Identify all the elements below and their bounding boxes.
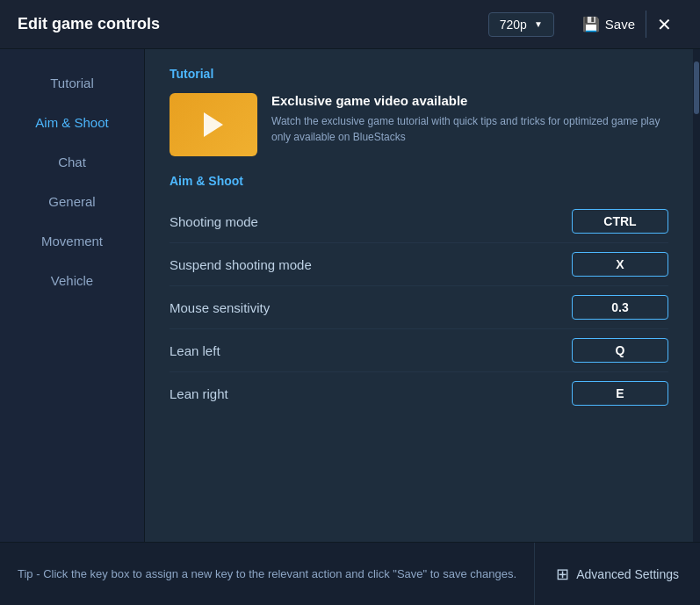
close-button[interactable]: ✕ [646,9,682,40]
header: Edit game controls 720p ▼ 💾 Save ✕ [0,0,700,49]
sidebar-item-vehicle[interactable]: Vehicle [0,264,144,297]
sidebar-item-tutorial[interactable]: Tutorial [0,67,144,99]
key-badge-mouse-sensitivity[interactable]: 0.3 [572,295,668,320]
tutorial-card: Exclusive game video available Watch the… [170,93,668,156]
page-title: Edit game controls [18,15,488,33]
tutorial-video-desc: Watch the exclusive game tutorial with q… [271,113,668,145]
sidebar-item-chat[interactable]: Chat [0,146,144,178]
settings-icon: ⊞ [556,565,569,584]
save-icon: 💾 [582,16,600,32]
close-icon: ✕ [657,15,672,34]
advanced-settings-label: Advanced Settings [576,567,679,581]
tutorial-video-title: Exclusive game video available [271,93,668,108]
key-badge-lean-left[interactable]: Q [572,338,668,363]
control-label-lean-left: Lean left [170,343,220,358]
resolution-dropdown[interactable]: 720p ▼ [488,12,554,37]
resolution-value: 720p [500,18,527,32]
footer: Tip - Click the key box to assign a new … [0,542,700,605]
play-icon [204,112,223,137]
advanced-settings-button[interactable]: ⊞ Advanced Settings [535,565,700,584]
tutorial-text: Exclusive game video available Watch the… [271,93,668,145]
control-label-lean-right: Lean right [170,386,228,401]
key-badge-shooting-mode[interactable]: CTRL [572,209,668,234]
tutorial-video-thumbnail[interactable] [170,93,257,156]
scrollbar[interactable] [693,49,700,542]
tutorial-section-title: Tutorial [170,67,668,81]
key-badge-lean-right[interactable]: E [572,381,668,406]
sidebar: Tutorial Aim & Shoot Chat General Moveme… [0,49,145,542]
footer-tip: Tip - Click the key box to assign a new … [0,565,534,583]
control-row-mouse-sensitivity: Mouse sensitivity 0.3 [170,286,668,329]
control-label-shooting-mode: Shooting mode [170,214,258,229]
sidebar-item-aim-shoot[interactable]: Aim & Shoot [0,106,144,139]
chevron-down-icon: ▼ [534,19,543,29]
sidebar-item-general[interactable]: General [0,185,144,218]
scrollbar-thumb[interactable] [694,61,699,114]
main-layout: Tutorial Aim & Shoot Chat General Moveme… [0,49,700,542]
sidebar-item-movement[interactable]: Movement [0,225,144,257]
control-row-suspend-shooting: Suspend shooting mode X [170,243,668,286]
control-row-lean-right: Lean right E [170,372,668,414]
control-label-mouse-sensitivity: Mouse sensitivity [170,300,270,315]
aim-section-title: Aim & Shoot [170,174,668,188]
content-area: Tutorial Exclusive game video available … [145,49,693,542]
save-label: Save [605,17,635,32]
control-label-suspend-shooting: Suspend shooting mode [170,257,312,272]
key-badge-suspend-shooting[interactable]: X [572,252,668,277]
save-button[interactable]: 💾 Save [572,11,646,38]
control-row-lean-left: Lean left Q [170,329,668,372]
control-row-shooting-mode: Shooting mode CTRL [170,200,668,243]
